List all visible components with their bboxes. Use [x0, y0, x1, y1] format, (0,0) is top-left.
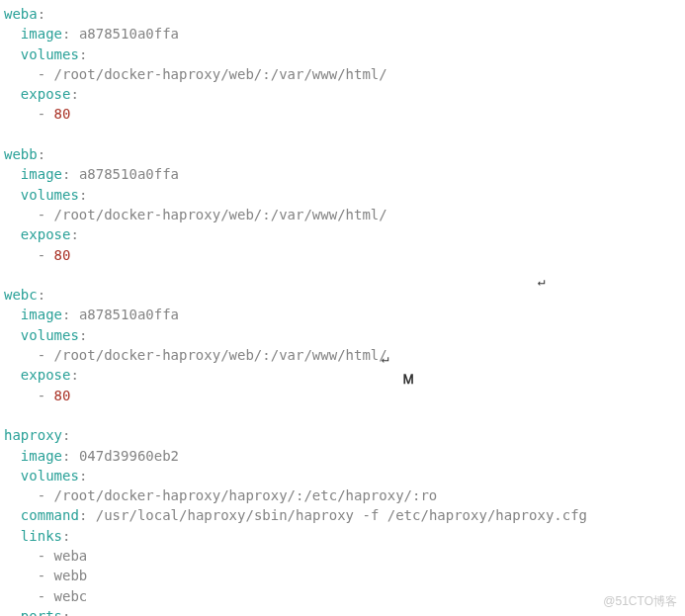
key-volumes: volumes [21, 468, 79, 484]
webc-volume: /root/docker-haproxy/web/:/var/www/html/ [54, 347, 387, 363]
haproxy-image: 047d39960eb2 [79, 448, 179, 464]
weba-image: a878510a0ffa [79, 26, 179, 42]
key-ports: ports [21, 608, 62, 616]
webb-port: 80 [54, 247, 71, 263]
key-image: image [21, 26, 62, 42]
key-volumes: volumes [21, 327, 79, 343]
link-weba: weba [54, 548, 88, 564]
key-image: image [21, 307, 62, 322]
weba-port: 80 [54, 106, 71, 122]
yaml-block: weba: image: a878510a0ffa volumes: - /ro… [0, 0, 685, 616]
key-command: command [21, 507, 79, 523]
webc-image: a878510a0ffa [79, 307, 179, 322]
key-links: links [21, 528, 62, 544]
service-haproxy: haproxy [4, 427, 62, 443]
key-image: image [21, 448, 62, 464]
webb-volume: /root/docker-haproxy/web/:/var/www/html/ [54, 207, 387, 222]
webc-port: 80 [54, 388, 71, 403]
haproxy-command: /usr/local/haproxy/sbin/haproxy -f /etc/… [96, 507, 587, 523]
key-expose: expose [21, 226, 71, 242]
key-volumes: volumes [21, 46, 79, 62]
service-webb: webb [4, 146, 38, 162]
haproxy-volume: /root/docker-haproxy/haproxy/:/etc/hapro… [54, 487, 438, 503]
service-weba: weba [4, 6, 38, 22]
service-webc: webc [4, 287, 38, 303]
weba-volume: /root/docker-haproxy/web/:/var/www/html/ [54, 66, 387, 82]
key-image: image [21, 166, 62, 182]
key-expose: expose [21, 367, 71, 383]
webb-image: a878510a0ffa [79, 166, 179, 182]
key-expose: expose [21, 86, 71, 102]
link-webc: webc [54, 588, 88, 604]
key-volumes: volumes [21, 187, 79, 203]
link-webb: webb [54, 568, 88, 583]
